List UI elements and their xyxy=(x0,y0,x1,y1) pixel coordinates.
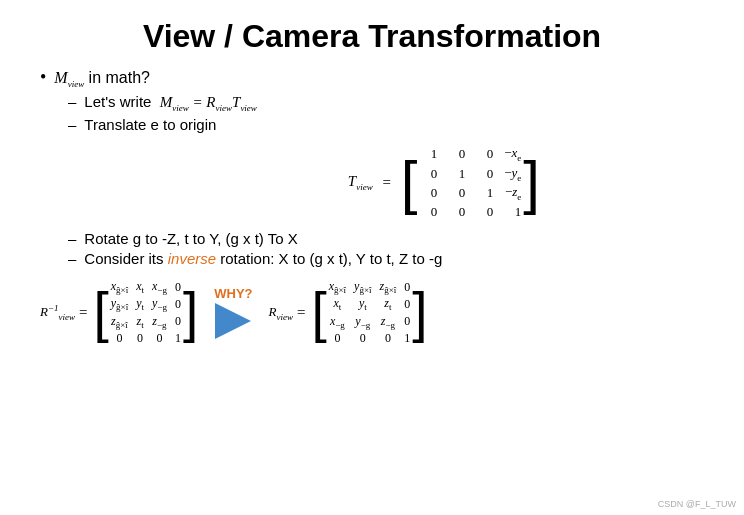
rview-r4c3: 0 xyxy=(380,331,397,346)
rview-r3c4: 0 xyxy=(404,314,410,329)
sub-item-translate-row: – Translate e to origin Tview = [ 1 0 0 … xyxy=(40,116,704,224)
sub-text-letwrite: Let's write Mview = RviewTview xyxy=(84,93,257,113)
tview-r1c1: 1 xyxy=(419,146,437,162)
rinv-label: R−1view xyxy=(40,303,75,322)
dash-2: – xyxy=(68,116,76,133)
rinv-cells: xĝ×î xt x−g 0 yĝ×î yt y−g 0 zĝ×î zt z−g … xyxy=(109,277,183,348)
sub-item-translate: – Translate e to origin xyxy=(68,116,540,133)
rview-bracket-left: [ xyxy=(311,285,326,340)
rview-label: Rview xyxy=(269,304,293,322)
why-arrow-block: WHY? xyxy=(214,286,252,339)
tview-r4c4: 1 xyxy=(503,204,521,220)
rinv-container: R−1view = [ xĝ×î xt x−g 0 yĝ×î yt y−g 0 … xyxy=(40,277,198,348)
dash-4: – xyxy=(68,250,76,267)
rinv-r4c3: 0 xyxy=(152,331,167,346)
tview-r3c2: 0 xyxy=(447,185,465,201)
rinv-r2c2: yt xyxy=(136,296,144,312)
rinv-equals: = xyxy=(79,304,87,321)
rview-r2c1: xt xyxy=(329,296,346,312)
tview-r3c1: 0 xyxy=(419,185,437,201)
rinv-r4c2: 0 xyxy=(136,331,144,346)
dash-3: – xyxy=(68,230,76,247)
tview-r1c3: 0 xyxy=(475,146,493,162)
bullet-dot-1: • xyxy=(40,67,46,88)
rinv-r4c1: 0 xyxy=(111,331,128,346)
rinv-r1c1: xĝ×î xyxy=(111,279,128,295)
watermark: CSDN @F_L_TUW xyxy=(658,499,736,509)
rview-r4c2: 0 xyxy=(354,331,371,346)
tview-r4c1: 0 xyxy=(419,204,437,220)
tview-r2c2: 1 xyxy=(447,166,465,182)
rview-r3c1: x−g xyxy=(329,314,346,330)
rinv-bracket-right: ] xyxy=(183,285,198,340)
bullet1-suffix: in math? xyxy=(89,69,150,86)
page: View / Camera Transformation • Mview in … xyxy=(0,0,744,515)
bottom-matrices-row: R−1view = [ xĝ×î xt x−g 0 yĝ×î yt y−g 0 … xyxy=(40,277,704,348)
tview-r3c3: 1 xyxy=(475,185,493,201)
sub-text-rotate: Rotate g to -Z, t to Y, (g x t) To X xyxy=(84,230,297,247)
tview-r2c1: 0 xyxy=(419,166,437,182)
rview-r1c2: yĝ×î xyxy=(354,279,371,295)
sub-item-rotate: – Rotate g to -Z, t to Y, (g x t) To X xyxy=(68,230,704,247)
rview-r1c1: xĝ×î xyxy=(329,279,346,295)
bullet-text-1: Mview in math? xyxy=(54,69,150,89)
rinv-r4c4: 1 xyxy=(175,331,181,346)
rview-r3c3: z−g xyxy=(380,314,397,330)
arrow-icon xyxy=(215,303,251,339)
rview-equals: = xyxy=(297,304,305,321)
rinv-bracket-left: [ xyxy=(94,285,109,340)
tview-r2c3: 0 xyxy=(475,166,493,182)
bullet-item-1: • Mview in math? xyxy=(40,69,704,89)
rview-r2c4: 0 xyxy=(404,297,410,312)
rinv-r3c1: zĝ×î xyxy=(111,314,128,330)
mview-eq: Mview = RviewTview xyxy=(160,94,257,110)
tview-r1c4: −xe xyxy=(503,145,521,163)
tview-bracket-left: [ xyxy=(401,153,418,213)
tview-r4c3: 0 xyxy=(475,204,493,220)
rview-r3c2: y−g xyxy=(354,314,371,330)
rview-bracket-right: ] xyxy=(412,285,427,340)
rview-r4c1: 0 xyxy=(329,331,346,346)
rview-r4c4: 1 xyxy=(404,331,410,346)
rinv-r1c2: xt xyxy=(136,279,144,295)
sub-text-translate: Translate e to origin xyxy=(84,116,216,133)
rinv-r3c3: z−g xyxy=(152,314,167,330)
rinv-r3c4: 0 xyxy=(175,314,181,329)
rinv-r1c4: 0 xyxy=(175,280,181,295)
tview-cells: 1 0 0 −xe 0 1 0 −ye 0 0 1 −ze 0 0 xyxy=(417,141,523,224)
rinv-r3c2: zt xyxy=(136,314,144,330)
tview-r2c4: −ye xyxy=(503,165,521,183)
rview-r1c3: zĝ×î xyxy=(380,279,397,295)
rview-r2c2: yt xyxy=(354,296,371,312)
tview-r4c2: 0 xyxy=(447,204,465,220)
tview-label: Tview xyxy=(348,173,373,192)
rview-container: Rview = [ xĝ×î yĝ×î zĝ×î 0 xt yt zt 0 x−… xyxy=(269,277,428,348)
rinv-r2c1: yĝ×î xyxy=(111,296,128,312)
tview-bracket-right: ] xyxy=(523,153,540,213)
rinv-r1c3: x−g xyxy=(152,279,167,295)
mview-symbol: Mview xyxy=(54,69,84,86)
tview-equals: = xyxy=(379,174,395,191)
tview-r3c4: −ze xyxy=(503,184,521,202)
rview-r1c4: 0 xyxy=(404,280,410,295)
content: • Mview in math? – Let's write Mview = R… xyxy=(40,69,704,348)
tview-r1c2: 0 xyxy=(447,146,465,162)
why-label: WHY? xyxy=(214,286,252,301)
rinv-r2c4: 0 xyxy=(175,297,181,312)
sub-text-inverse: Consider its inverse rotation: X to (g x… xyxy=(84,250,442,267)
inverse-word: inverse xyxy=(168,250,216,267)
sub-item-inverse: – Consider its inverse rotation: X to (g… xyxy=(68,250,704,267)
dash-1: – xyxy=(68,93,76,110)
rview-cells: xĝ×î yĝ×î zĝ×î 0 xt yt zt 0 x−g y−g z−g … xyxy=(327,277,413,348)
rview-r2c3: zt xyxy=(380,296,397,312)
sub-item-letwrite: – Let's write Mview = RviewTview xyxy=(68,93,704,113)
rinv-r2c3: y−g xyxy=(152,296,167,312)
page-title: View / Camera Transformation xyxy=(40,18,704,55)
